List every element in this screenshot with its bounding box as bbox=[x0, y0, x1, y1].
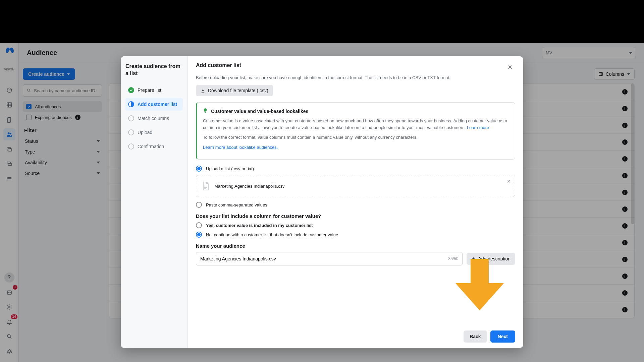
option-paste-label: Paste comma-separated values bbox=[206, 202, 267, 207]
modal-title: Add customer list bbox=[196, 62, 241, 68]
info-card-title: Customer value and value-based lookalike… bbox=[211, 109, 308, 114]
step-active-icon bbox=[128, 101, 134, 107]
step-pending-icon bbox=[128, 129, 134, 135]
download-template-button[interactable]: Download file template (.csv) bbox=[196, 85, 273, 96]
plus-icon bbox=[471, 257, 475, 261]
step-pending-icon bbox=[128, 115, 134, 121]
modal-subtext: Before uploading your list, make sure yo… bbox=[196, 75, 515, 80]
modal-main: Add customer list ✕ Before uploading you… bbox=[188, 56, 523, 348]
audience-name-input[interactable] bbox=[200, 256, 448, 261]
modal-footer: Back Next bbox=[188, 325, 523, 348]
option-value-yes-label: Yes, customer value is included in my cu… bbox=[206, 223, 313, 228]
lightbulb-icon bbox=[203, 108, 208, 114]
uploaded-file-name: Marketing Agencies Indianapolis.csv bbox=[214, 184, 285, 189]
step-confirmation: Confirmation bbox=[125, 140, 183, 153]
option-value-no-label: No, continue with a customer list that d… bbox=[206, 232, 338, 237]
modal-body: Before uploading your list, make sure yo… bbox=[188, 74, 523, 325]
radio-selected-icon bbox=[196, 166, 202, 172]
option-upload-label: Upload a list (.csv or .txt) bbox=[206, 166, 254, 171]
uploaded-file-box[interactable]: Marketing Agencies Indianapolis.csv ✕ bbox=[196, 175, 515, 197]
close-icon[interactable]: ✕ bbox=[505, 62, 515, 72]
customer-value-question: Does your list include a column for cust… bbox=[196, 213, 515, 219]
info-card-body1: Customer value is a value associated wit… bbox=[203, 118, 509, 131]
download-template-label: Download file template (.csv) bbox=[208, 88, 268, 93]
info-card-body2: To follow the correct format, value colu… bbox=[203, 134, 509, 141]
wizard-steps-panel: Create audience from a list Prepare list… bbox=[121, 56, 188, 348]
name-counter: 35/50 bbox=[448, 256, 458, 261]
radio-unselected-icon bbox=[196, 222, 202, 228]
learn-lookalike-link[interactable]: Learn more about lookalike audiences. bbox=[203, 145, 278, 150]
modal-header: Add customer list ✕ bbox=[188, 56, 523, 74]
option-paste-values[interactable]: Paste comma-separated values bbox=[196, 202, 515, 208]
step-prepare-list[interactable]: Prepare list bbox=[125, 84, 183, 97]
add-description-label: Add description bbox=[478, 256, 511, 261]
add-description-button[interactable]: Add description bbox=[467, 253, 515, 265]
step-match-columns: Match columns bbox=[125, 112, 183, 125]
wizard-title: Create audience from a list bbox=[125, 63, 183, 77]
step-done-icon bbox=[128, 87, 134, 93]
svg-rect-16 bbox=[205, 112, 206, 113]
option-upload-list[interactable]: Upload a list (.csv or .txt) bbox=[196, 166, 515, 172]
option-value-no[interactable]: No, continue with a customer list that d… bbox=[196, 232, 515, 238]
browser-header-blackout bbox=[0, 0, 644, 43]
next-button[interactable]: Next bbox=[490, 330, 515, 343]
name-audience-title: Name your audience bbox=[196, 243, 515, 249]
radio-selected-icon bbox=[196, 232, 202, 238]
learn-more-link[interactable]: Learn more bbox=[467, 125, 489, 130]
back-button[interactable]: Back bbox=[464, 330, 487, 343]
download-icon bbox=[201, 88, 205, 93]
customer-value-info-card: Customer value and value-based lookalike… bbox=[196, 102, 515, 160]
step-pending-icon bbox=[128, 143, 134, 149]
option-value-yes[interactable]: Yes, customer value is included in my cu… bbox=[196, 222, 515, 228]
radio-unselected-icon bbox=[196, 202, 202, 208]
step-upload: Upload bbox=[125, 126, 183, 139]
modal-overlay: Create audience from a list Prepare list… bbox=[0, 43, 644, 362]
step-add-customer-list[interactable]: Add customer list bbox=[125, 98, 183, 111]
remove-file-icon[interactable]: ✕ bbox=[507, 179, 511, 184]
audience-name-input-wrapper[interactable]: 35/50 bbox=[196, 252, 463, 265]
create-audience-modal: Create audience from a list Prepare list… bbox=[121, 56, 523, 348]
file-icon bbox=[202, 181, 210, 191]
